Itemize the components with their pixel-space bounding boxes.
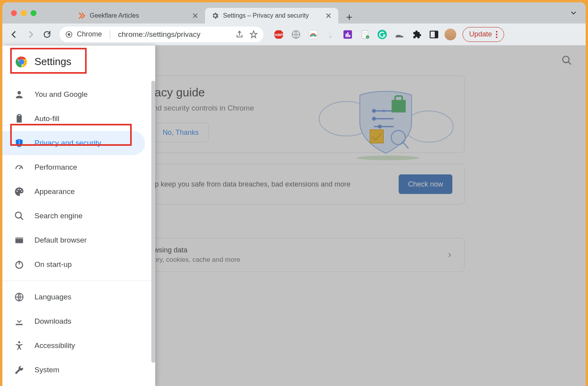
shoe-ext-icon[interactable] bbox=[394, 29, 405, 40]
privacy-list: wsing data ory, cookies, cache and more bbox=[123, 238, 465, 272]
svg-rect-9 bbox=[346, 33, 347, 37]
chrome-logo-icon bbox=[16, 56, 27, 68]
back-button[interactable] bbox=[7, 27, 21, 42]
tabs-container: Geekflare Articles Settings – Privacy an… bbox=[72, 2, 356, 24]
share-icon[interactable] bbox=[235, 30, 244, 39]
chevron-right-icon bbox=[447, 252, 452, 258]
sidebar-item-downloads[interactable]: Downloads bbox=[2, 309, 145, 333]
search-icon[interactable] bbox=[561, 55, 572, 66]
svg-point-46 bbox=[20, 189, 21, 190]
svg-line-49 bbox=[20, 217, 23, 220]
sidebar-scrollbar[interactable] bbox=[151, 81, 155, 363]
sidebar-item-label: Appearance bbox=[34, 187, 74, 196]
svg-rect-42 bbox=[18, 114, 21, 116]
extensions-puzzle-icon[interactable] bbox=[412, 29, 422, 40]
close-tab-icon[interactable] bbox=[325, 12, 332, 19]
svg-line-43 bbox=[19, 167, 21, 169]
sidebar-item-label: Default browser bbox=[34, 236, 87, 245]
close-window-button[interactable] bbox=[11, 10, 17, 16]
svg-rect-11 bbox=[349, 35, 350, 37]
svg-text:ABP: ABP bbox=[275, 33, 283, 37]
sidebar-item-label: System bbox=[34, 366, 59, 374]
sidebar-items: You and Google Auto-fill Privacy and sec… bbox=[2, 78, 155, 386]
reload-button[interactable] bbox=[40, 27, 54, 42]
close-tab-icon[interactable] bbox=[192, 12, 199, 19]
omnibox[interactable]: Chrome chrome://settings/privacy bbox=[60, 27, 263, 42]
svg-point-40 bbox=[18, 91, 21, 94]
rainbow-ext-icon[interactable] bbox=[308, 29, 318, 40]
sidebar-item-languages[interactable]: Languages bbox=[2, 285, 145, 309]
forward-button[interactable] bbox=[24, 27, 38, 42]
clipboard-icon bbox=[14, 114, 24, 124]
purple-ext-icon[interactable] bbox=[343, 29, 353, 40]
tab-title: Geekflare Articles bbox=[90, 12, 188, 19]
privacy-guide-card: privacy guide acy and security controls … bbox=[123, 75, 465, 153]
sidebar-item-label: Performance bbox=[34, 163, 77, 172]
sidebar-item-accessibility[interactable]: Accessibility bbox=[2, 333, 145, 358]
menu-dots-icon bbox=[496, 31, 497, 38]
omnibox-divider bbox=[110, 30, 110, 39]
sidebar-divider bbox=[2, 281, 155, 281]
new-tab-button[interactable] bbox=[343, 11, 356, 24]
sidebar-header: Settings bbox=[2, 45, 155, 78]
sidebar-item-search-engine[interactable]: Search engine bbox=[2, 204, 145, 228]
url-scheme: Chrome bbox=[77, 30, 102, 38]
browser-icon bbox=[14, 235, 24, 245]
tab-overflow-button[interactable] bbox=[569, 9, 578, 17]
sidebar-item-default-browser[interactable]: Default browser bbox=[2, 228, 145, 252]
safety-check-card: an help keep you safe from data breaches… bbox=[123, 164, 465, 205]
maximize-window-button[interactable] bbox=[31, 10, 36, 16]
sidebar-item-label: Downloads bbox=[34, 317, 71, 326]
sidebar-item-autofill[interactable]: Auto-fill bbox=[2, 107, 145, 131]
sidebar-item-label: You and Google bbox=[34, 90, 88, 99]
svg-text:+: + bbox=[367, 36, 368, 38]
svg-point-1 bbox=[68, 33, 71, 36]
svg-point-36 bbox=[357, 156, 419, 160]
bulb-ext-icon[interactable] bbox=[325, 29, 336, 40]
clear-browsing-data-item[interactable]: wsing data ory, cookies, cache and more bbox=[124, 238, 464, 272]
palette-icon bbox=[14, 187, 24, 197]
no-thanks-button[interactable]: No, Thanks bbox=[153, 123, 209, 142]
geekflare-icon bbox=[78, 12, 86, 20]
minimize-window-button[interactable] bbox=[21, 10, 27, 16]
globe-ext-icon[interactable] bbox=[291, 29, 301, 40]
sidebar-item-privacy[interactable]: Privacy and security bbox=[2, 131, 145, 155]
tab-geekflare[interactable]: Geekflare Articles bbox=[72, 8, 205, 24]
sidebar-item-startup[interactable]: On start-up bbox=[2, 252, 145, 277]
window-controls bbox=[11, 10, 36, 16]
shield-icon bbox=[14, 138, 24, 148]
section-title: ity bbox=[123, 216, 465, 238]
update-button[interactable]: Update bbox=[463, 27, 504, 42]
tab-title: Settings – Privacy and security bbox=[223, 12, 321, 19]
globe-icon bbox=[14, 292, 24, 302]
wrench-icon bbox=[14, 365, 24, 375]
sidebar-item-label: On start-up bbox=[34, 260, 72, 269]
tab-settings[interactable]: Settings – Privacy and security bbox=[205, 8, 338, 24]
profile-avatar[interactable] bbox=[445, 29, 456, 40]
svg-rect-7 bbox=[330, 36, 331, 38]
sidebar-item-you-and-google[interactable]: You and Google bbox=[2, 82, 145, 107]
sidebar-item-appearance[interactable]: Appearance bbox=[2, 179, 145, 204]
check-now-button[interactable]: Check now bbox=[399, 174, 452, 194]
grammarly-icon[interactable] bbox=[377, 29, 387, 40]
note-ext-icon[interactable]: + bbox=[360, 29, 370, 40]
svg-rect-10 bbox=[347, 32, 348, 37]
tabstrip: Geekflare Articles Settings – Privacy an… bbox=[2, 2, 586, 24]
bookmark-star-icon[interactable] bbox=[249, 30, 258, 39]
svg-point-44 bbox=[16, 190, 18, 192]
svg-point-39 bbox=[20, 60, 24, 64]
browser-window: Geekflare Articles Settings – Privacy an… bbox=[2, 2, 586, 386]
sidebar-item-label: Auto-fill bbox=[34, 114, 59, 123]
adblock-icon[interactable]: ABP bbox=[274, 29, 284, 40]
person-icon bbox=[14, 89, 24, 100]
item-title: wsing data bbox=[154, 246, 240, 254]
download-icon bbox=[14, 316, 24, 326]
svg-rect-51 bbox=[15, 237, 23, 239]
sidebar-item-system[interactable]: System bbox=[2, 358, 145, 382]
sidebar-item-performance[interactable]: Performance bbox=[2, 155, 145, 179]
svg-point-56 bbox=[18, 341, 20, 343]
svg-rect-19 bbox=[435, 31, 438, 38]
svg-line-21 bbox=[568, 62, 571, 65]
sidepanel-icon[interactable] bbox=[429, 29, 439, 40]
svg-line-35 bbox=[403, 142, 408, 149]
